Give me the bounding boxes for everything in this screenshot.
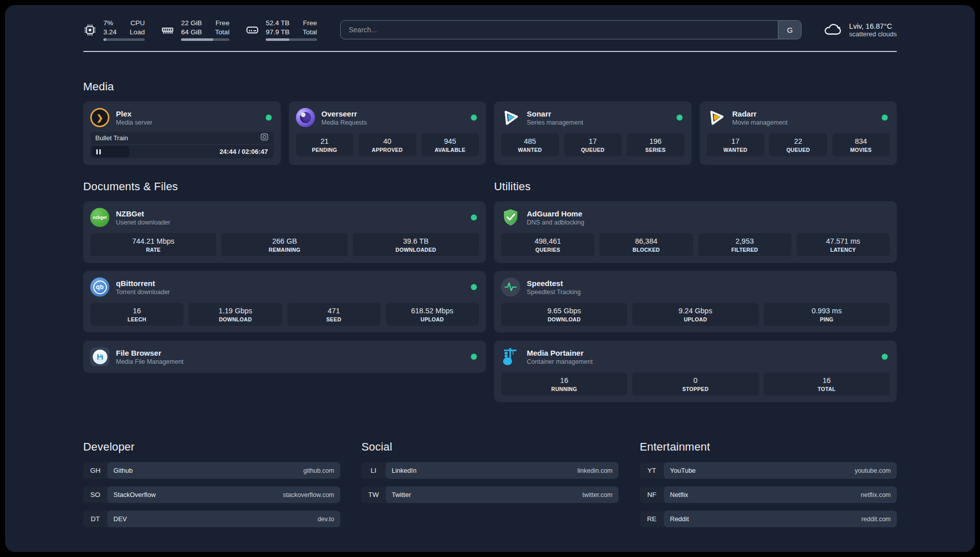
stat-label: SEED	[289, 316, 379, 322]
service-card-plex[interactable]: ❯ Plex Media server Bullet Train	[83, 101, 281, 165]
weather-widget: Lviv, 16.87°C scattered clouds	[823, 21, 897, 39]
stat-tile: 498,461QUERIES	[501, 233, 594, 256]
bookmark-name: LinkedIn	[392, 467, 416, 474]
stat-tile: 17QUEUED	[564, 133, 622, 156]
stat-tile: 618.52 MbpsUPLOAD	[386, 303, 479, 326]
disk-icon	[246, 23, 259, 37]
bookmark-name: Netflix	[670, 491, 688, 498]
stat-label: PENDING	[298, 147, 352, 153]
status-dot	[471, 214, 477, 220]
stat-label: WANTED	[503, 147, 557, 153]
service-info: Overseerr Media Requests	[322, 109, 465, 126]
bookmark-abbr: DT	[83, 511, 107, 527]
service-subtitle: Movie management	[732, 119, 876, 126]
memory-stat: 22 GiB 64 GiB Free Total	[161, 19, 229, 41]
service-info: AdGuard Home DNS and adblocking	[527, 209, 890, 226]
bookmark-url: reddit.com	[862, 516, 891, 523]
stat-value: 40	[360, 137, 414, 145]
service-info: NZBGet Usenet downloader	[116, 209, 464, 226]
bookmark-github[interactable]: GH Githubgithub.com	[83, 462, 340, 479]
card-header: nzbget NZBGet Usenet downloader	[90, 208, 479, 227]
service-card-sonarr[interactable]: Sonarr Series management 485WANTED 17QUE…	[494, 101, 692, 165]
service-card-qbittorrent[interactable]: qb qBittorrent Torrent downloader 16LEEC…	[83, 271, 486, 332]
bookmark-url: linkedin.com	[578, 467, 612, 474]
cpu-label-bottom: Load	[130, 28, 145, 37]
stat-label: UPLOAD	[388, 316, 477, 322]
stat-label: UPLOAD	[634, 316, 756, 322]
bookmark-twitter[interactable]: TW Twittertwitter.com	[361, 486, 619, 503]
stat-tile: 16LEECH	[90, 303, 183, 326]
stat-value: 1.19 Gbps	[191, 307, 280, 315]
service-card-adguard[interactable]: AdGuard Home DNS and adblocking 498,461Q…	[494, 201, 897, 263]
stat-label: QUEUED	[771, 147, 825, 153]
status-dot	[882, 115, 888, 121]
disk-label-bottom: Total	[302, 28, 317, 37]
nzbget-wordmark: nzbget	[93, 215, 106, 220]
cpu-bar	[103, 38, 145, 41]
cpu-stat: 7% 3.24 CPU Load	[83, 19, 145, 41]
service-info: Speedtest Speedtest Tracking	[527, 279, 890, 296]
bookmark-reddit[interactable]: RE Redditreddit.com	[640, 511, 897, 527]
service-card-overseerr[interactable]: Overseerr Media Requests 21PENDING 40APP…	[289, 101, 486, 165]
portainer-icon	[501, 347, 520, 366]
stat-label: DOWNLOAD	[191, 316, 280, 322]
memory-free: 22 GiB	[181, 19, 202, 28]
service-info: File Browser Media File Management	[116, 349, 464, 365]
service-title: Radarr	[732, 109, 876, 118]
disk-bar	[266, 38, 317, 41]
stat-tile: 471SEED	[287, 303, 381, 326]
section-title-developer: Developer	[83, 440, 340, 454]
stat-label: BLOCKED	[601, 247, 691, 253]
bookmark-dev[interactable]: DT DEVdev.to	[83, 511, 340, 527]
card-header: ❯ Plex Media server	[90, 108, 274, 127]
service-card-nzbget[interactable]: nzbget NZBGet Usenet downloader 744.21 M…	[83, 201, 486, 263]
search-input[interactable]	[341, 21, 778, 39]
card-header: Media Portainer Container management	[501, 347, 890, 366]
stat-label: STOPPED	[634, 386, 756, 392]
service-card-radarr[interactable]: Radarr Movie management 17WANTED 22QUEUE…	[700, 101, 897, 165]
playback-progress: 24:44 / 02:06:47	[90, 145, 274, 158]
cpu-load: 3.24	[103, 28, 116, 37]
bookmarks-developer: Developer GH Githubgithub.com SO StackOv…	[83, 440, 340, 535]
search-provider-button[interactable]: G	[778, 21, 801, 39]
service-stats: 16LEECH 1.19 GbpsDOWNLOAD 471SEED 618.52…	[90, 303, 479, 326]
card-header: Speedtest Speedtest Tracking	[501, 277, 890, 297]
progress-elapsed	[92, 146, 130, 157]
bookmark-url: stackoverflow.com	[283, 491, 334, 498]
stat-value: 0.993 ms	[766, 307, 888, 315]
stat-label: LATENCY	[799, 247, 888, 253]
service-card-speedtest[interactable]: Speedtest Speedtest Tracking 9.65 GbpsDO…	[494, 271, 897, 332]
service-info: Plex Media server	[116, 109, 259, 126]
ram-icon	[161, 23, 174, 37]
stat-label: FILTERED	[700, 247, 789, 253]
service-stats: 16RUNNING 0STOPPED 16TOTAL	[501, 372, 890, 396]
service-card-portainer[interactable]: Media Portainer Container management 16R…	[494, 341, 897, 402]
stat-value: 498,461	[503, 237, 592, 245]
bookmark-stackoverflow[interactable]: SO StackOverflowstackoverflow.com	[83, 486, 340, 503]
service-card-filebrowser[interactable]: File Browser Media File Management	[83, 341, 486, 373]
stat-tile: 266 GBREMAINING	[221, 233, 347, 256]
radarr-icon	[707, 108, 726, 127]
bookmark-youtube[interactable]: YT YouTubeyoutube.com	[640, 462, 897, 479]
bookmark-linkedin[interactable]: LI LinkedInlinkedin.com	[361, 462, 619, 479]
service-info: Sonarr Series management	[527, 109, 670, 126]
service-subtitle: Media File Management	[116, 358, 464, 365]
service-stats: 485WANTED 17QUEUED 196SERIES	[501, 133, 685, 156]
service-subtitle: Series management	[527, 119, 670, 126]
stat-value: 47.571 ms	[799, 237, 888, 245]
card-header: AdGuard Home DNS and adblocking	[501, 208, 890, 227]
stat-tile: 17WANTED	[707, 133, 765, 156]
bookmark-abbr: TW	[361, 486, 386, 503]
stat-value: 9.24 Gbps	[634, 307, 756, 315]
service-title: Sonarr	[527, 109, 670, 118]
stat-tile: 40APPROVED	[358, 133, 416, 156]
stat-tile: 196SERIES	[627, 133, 685, 156]
status-dot	[882, 354, 888, 360]
top-bar: 7% 3.24 CPU Load	[83, 18, 897, 41]
stat-value: 0	[634, 376, 756, 384]
bookmark-name: Reddit	[670, 515, 689, 523]
card-header: File Browser Media File Management	[90, 347, 479, 366]
bookmark-netflix[interactable]: NF Netflixnetflix.com	[640, 486, 897, 503]
stat-tile: 945AVAILABLE	[421, 133, 479, 156]
stat-tile: 39.6 TBDOWNLOADED	[353, 233, 479, 256]
